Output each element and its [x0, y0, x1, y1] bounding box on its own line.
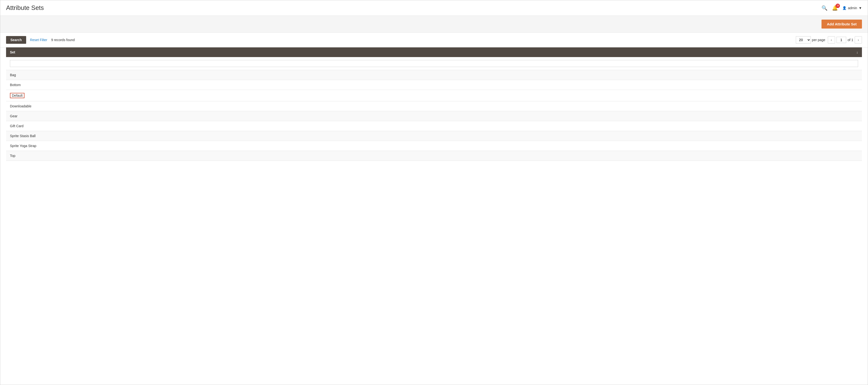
notification-badge: 39 — [836, 4, 840, 8]
pagination-next-button[interactable]: › — [855, 36, 862, 43]
notification-icon[interactable]: 🔔 39 — [832, 5, 838, 11]
admin-dropdown-icon: ▼ — [859, 6, 862, 10]
pagination: ‹ of 1 › — [828, 36, 862, 43]
default-cell: Default — [10, 93, 25, 98]
filter-right: 20 50 100 per page ‹ of 1 › — [796, 36, 862, 43]
data-table-wrapper: Set ↓ BagBottomDefaultDownloadableGearGi… — [0, 47, 868, 167]
pagination-prev-button[interactable]: ‹ — [828, 36, 835, 43]
table-row[interactable]: Sprite Stasis Ball — [6, 131, 862, 141]
table-row[interactable]: Bag — [6, 70, 862, 80]
table-row[interactable]: Gift Card — [6, 121, 862, 131]
admin-icon: 👤 — [842, 6, 846, 10]
records-found: 9 records found — [51, 38, 74, 42]
header-actions: 🔍 🔔 39 👤 admin ▼ — [822, 5, 862, 11]
sort-arrow-icon[interactable]: ↓ — [857, 50, 858, 54]
table-row[interactable]: Downloadable — [6, 101, 862, 111]
pagination-of: of 1 — [848, 38, 853, 42]
attribute-sets-table: Set ↓ BagBottomDefaultDownloadableGearGi… — [6, 47, 862, 161]
per-page-select: 20 50 100 per page — [796, 36, 825, 43]
table-row[interactable]: Sprite Yoga Strap — [6, 141, 862, 151]
search-icon[interactable]: 🔍 — [822, 5, 828, 11]
set-filter-input[interactable] — [10, 60, 858, 67]
column-set-header: Set ↓ — [6, 47, 862, 57]
pagination-current-page[interactable] — [837, 37, 846, 43]
toolbar-area: Add Attribute Set — [0, 16, 868, 33]
admin-label: admin — [848, 6, 857, 10]
table-header-row: Set ↓ — [6, 47, 862, 57]
page-title: Attribute Sets — [6, 4, 44, 11]
filter-bar: Search Reset Filter 9 records found 20 5… — [0, 33, 868, 47]
table-filter-row — [6, 57, 862, 70]
table-row[interactable]: Top — [6, 151, 862, 161]
column-set-label: Set — [10, 50, 15, 54]
filter-left: Search Reset Filter 9 records found — [6, 36, 75, 44]
per-page-label: per page — [812, 38, 825, 42]
table-row[interactable]: Gear — [6, 111, 862, 121]
table-row[interactable]: Bottom — [6, 80, 862, 90]
search-button[interactable]: Search — [6, 36, 26, 44]
page-header: Attribute Sets 🔍 🔔 39 👤 admin ▼ — [0, 0, 868, 16]
admin-user-menu[interactable]: 👤 admin ▼ — [842, 6, 862, 10]
per-page-dropdown[interactable]: 20 50 100 — [796, 36, 811, 43]
reset-filter-button[interactable]: Reset Filter — [30, 38, 48, 42]
table-row[interactable]: Default — [6, 90, 862, 101]
page-wrapper: Attribute Sets 🔍 🔔 39 👤 admin ▼ Add Attr… — [0, 0, 868, 385]
add-attribute-set-button[interactable]: Add Attribute Set — [822, 20, 862, 29]
